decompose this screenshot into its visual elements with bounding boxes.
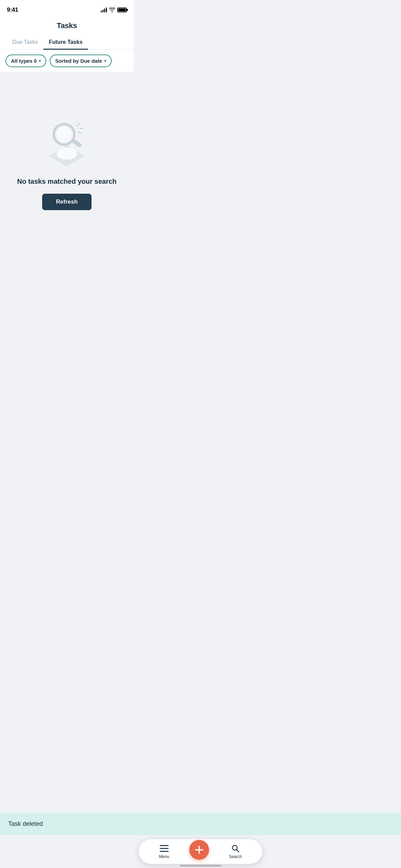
page-title: Tasks <box>7 21 127 30</box>
chevron-down-icon: ▾ <box>39 59 41 63</box>
svg-point-1 <box>57 147 77 160</box>
svg-line-7 <box>78 132 81 133</box>
chevron-down-icon: ▾ <box>104 59 106 63</box>
tab-future-tasks[interactable]: Future Tasks <box>43 36 88 49</box>
wifi-icon <box>109 8 115 12</box>
signal-icon <box>101 8 107 12</box>
status-icons <box>101 8 127 12</box>
empty-state-illustration <box>39 113 94 168</box>
svg-line-5 <box>77 123 80 126</box>
page-header: Tasks <box>0 18 134 36</box>
sort-filter[interactable]: Sorted by Due date ▾ <box>50 55 112 67</box>
empty-state-container: No tasks matched your search Refresh <box>0 72 134 251</box>
refresh-button[interactable]: Refresh <box>42 194 91 210</box>
filter-bar: All types 0 ▾ Sorted by Due date ▾ <box>0 50 134 72</box>
svg-point-4 <box>57 127 72 142</box>
tab-bar: Due Tasks Future Tasks <box>0 36 134 50</box>
status-bar: 9:41 <box>0 0 134 18</box>
battery-icon <box>117 8 127 12</box>
empty-state-message: No tasks matched your search <box>17 178 117 185</box>
tab-due-tasks[interactable]: Due Tasks <box>7 36 43 49</box>
status-time: 9:41 <box>7 7 18 13</box>
all-types-filter[interactable]: All types 0 ▾ <box>5 55 46 67</box>
